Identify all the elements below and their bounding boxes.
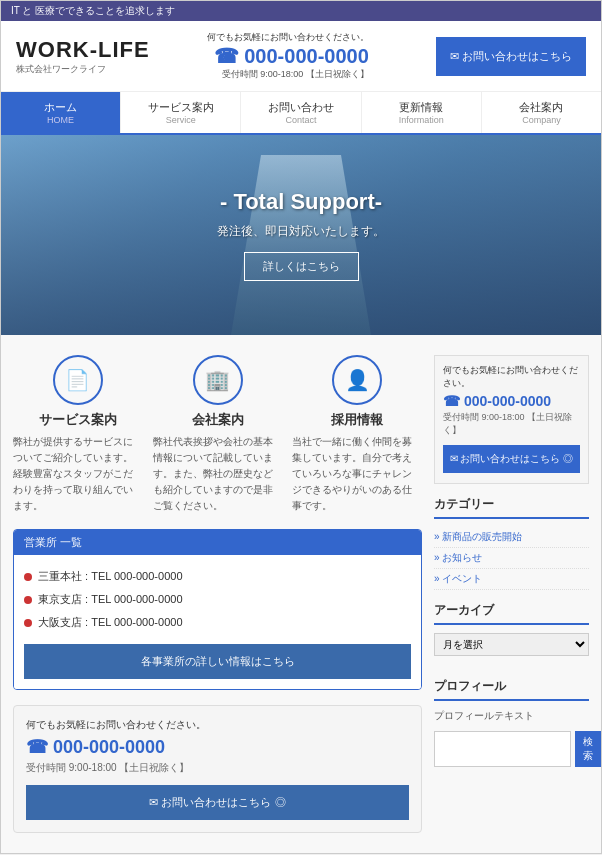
contact-section-phone: ☎ 000-000-0000 [26,736,409,758]
office-dot [24,573,32,581]
nav-en-service: Service [125,115,236,125]
office-detail-button[interactable]: 各事業所の詳しい情報はこちら [24,644,411,679]
header-phone: ☎ 000-000-0000 [214,44,369,68]
contact-section: 何でもお気軽にお問い合わせください。 ☎ 000-000-0000 受付時間 9… [13,705,422,833]
feature-service-title: サービス案内 [13,411,143,429]
feature-service: 📄 サービス案内 弊社が提供するサービスについてご紹介しています。経験豊富なスタ… [13,355,143,514]
office-box: 営業所 一覧 三重本社 : TEL 000-000-0000 東京支店 : TE… [13,529,422,690]
sidebar-phone: ☎ 000-000-0000 [443,393,580,409]
nav-en-home: HOME [5,115,116,125]
contact-section-text: 何でもお気軽にお問い合わせください。 [26,718,409,732]
sidebar-search-area: 検索 [434,731,589,767]
sidebar-category-link-3[interactable]: イベント [434,569,589,590]
hero-cta-button[interactable]: 詳しくはこちら [244,252,359,281]
logo-title: WORK-LIFE [16,37,150,63]
nav-item-company[interactable]: 会社案内 Company [482,92,601,133]
hero-title: - Total Support- [217,189,385,215]
nav-item-contact[interactable]: お問い合わせ Contact [241,92,361,133]
feature-recruit-title: 採用情報 [292,411,422,429]
sidebar-archive-title: アーカイブ [434,602,589,625]
nav-item-service[interactable]: サービス案内 Service [121,92,241,133]
sidebar-profile-text: プロフィールテキスト [434,709,589,723]
office-list-item: 三重本社 : TEL 000-000-0000 [24,565,411,588]
nav-en-contact: Contact [245,115,356,125]
feature-company: 🏢 会社案内 弊社代表挨拶や会社の基本情報について記載しています。また、弊社の歴… [153,355,283,514]
nav-item-home[interactable]: ホーム HOME [1,92,121,133]
office-list: 三重本社 : TEL 000-000-0000 東京支店 : TEL 000-0… [24,565,411,634]
sidebar-category-title: カテゴリー [434,496,589,519]
office-dot [24,619,32,627]
sidebar-search-input[interactable] [434,731,571,767]
logo-sub: 株式会社ワークライフ [16,63,150,76]
office-box-body: 三重本社 : TEL 000-000-0000 東京支店 : TEL 000-0… [14,555,421,689]
sidebar-contact-box: 何でもお気軽にお問い合わせください。 ☎ 000-000-0000 受付時間 9… [434,355,589,484]
sidebar-archive-select[interactable]: 月を選択 [434,633,589,656]
office-name: 三重本社 : TEL 000-000-0000 [38,569,183,584]
hero-subtitle: 発注後、即日対応いたします。 [217,223,385,240]
header: WORK-LIFE 株式会社ワークライフ 何でもお気軽にお問い合わせください。 … [1,21,601,92]
nav-label-home: ホーム [44,101,77,113]
header-contact-text: 何でもお気軽にお問い合わせください。 [207,31,369,44]
office-box-header: 営業所 一覧 [14,530,421,555]
sidebar: 何でもお気軽にお問い合わせください。 ☎ 000-000-0000 受付時間 9… [434,355,589,833]
feature-company-title: 会社案内 [153,411,283,429]
phone-icon: ☎ [214,45,239,67]
nav-label-info: 更新情報 [399,101,443,113]
logo-area: WORK-LIFE 株式会社ワークライフ [16,37,150,76]
recruit-icon: 👤 [332,355,382,405]
header-hours: 受付時間 9:00-18:00 【土日祝除く】 [222,68,369,81]
nav-label-service: サービス案内 [148,101,214,113]
office-name: 東京支店 : TEL 000-000-0000 [38,592,183,607]
features-row: 📄 サービス案内 弊社が提供するサービスについてご紹介しています。経験豊富なスタ… [13,355,422,514]
nav-label-contact: お問い合わせ [268,101,334,113]
sidebar-contact-text: 何でもお気軽にお問い合わせください。 [443,364,580,390]
sidebar-category-link-1[interactable]: 新商品の販売開始 [434,527,589,548]
company-icon: 🏢 [193,355,243,405]
hero-content: - Total Support- 発注後、即日対応いたします。 詳しくはこちら [217,189,385,281]
service-icon: 📄 [53,355,103,405]
nav-label-company: 会社案内 [519,101,563,113]
contact-section-button[interactable]: ✉ お問い合わせはこちら ◎ [26,785,409,820]
main-area: 📄 サービス案内 弊社が提供するサービスについてご紹介しています。経験豊富なスタ… [1,335,601,853]
sidebar-category-link-2[interactable]: お知らせ [434,548,589,569]
nav-en-company: Company [486,115,597,125]
sidebar-contact-button[interactable]: ✉ お問い合わせはこちら ◎ [443,445,580,473]
feature-service-desc: 弊社が提供するサービスについてご紹介しています。経験豊富なスタッフがこだわりを持… [13,434,143,514]
feature-recruit-desc: 当社で一緒に働く仲間を募集しています。自分で考えていろいろな事にチャレンジできる… [292,434,422,514]
main-nav: ホーム HOME サービス案内 Service お問い合わせ Contact 更… [1,92,601,135]
top-bar: IT と 医療でできることを追求します [1,1,601,21]
sidebar-search-button[interactable]: 検索 [575,731,601,767]
sidebar-hours: 受付時間 9:00-18:00 【土日祝除く】 [443,411,580,437]
top-bar-text: IT と 医療でできることを追求します [11,5,175,16]
office-dot [24,596,32,604]
feature-company-desc: 弊社代表挨拶や会社の基本情報について記載しています。また、弊社の歴史なども紹介し… [153,434,283,514]
office-list-item: 大阪支店 : TEL 000-000-0000 [24,611,411,634]
feature-recruit: 👤 採用情報 当社で一緒に働く仲間を募集しています。自分で考えていろいろな事にチ… [292,355,422,514]
office-list-item: 東京支店 : TEL 000-000-0000 [24,588,411,611]
content-left: 📄 サービス案内 弊社が提供するサービスについてご紹介しています。経験豊富なスタ… [13,355,422,833]
hero-section: - Total Support- 発注後、即日対応いたします。 詳しくはこちら [1,135,601,335]
nav-item-info[interactable]: 更新情報 Information [362,92,482,133]
sidebar-profile-title: プロフィール [434,678,589,701]
header-contact-button[interactable]: ✉ お問い合わせはこちら [436,37,586,76]
contact-section-hours: 受付時間 9:00-18:00 【土日祝除く】 [26,761,409,775]
office-name: 大阪支店 : TEL 000-000-0000 [38,615,183,630]
nav-en-info: Information [366,115,477,125]
header-contact: 何でもお気軽にお問い合わせください。 ☎ 000-000-0000 受付時間 9… [207,31,369,81]
